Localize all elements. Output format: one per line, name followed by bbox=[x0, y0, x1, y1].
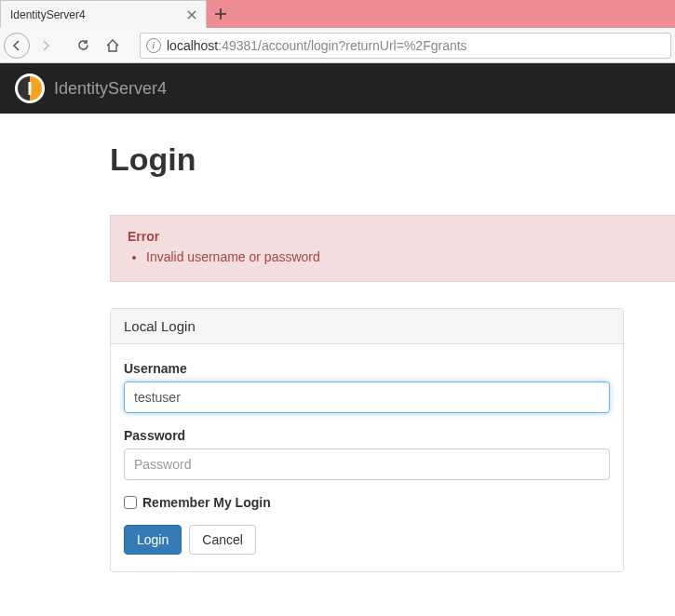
password-input[interactable] bbox=[124, 449, 610, 480]
remember-checkbox[interactable] bbox=[124, 496, 137, 509]
reload-button[interactable] bbox=[69, 32, 97, 60]
brand-bar: IdentityServer4 bbox=[0, 63, 675, 114]
login-button[interactable]: Login bbox=[124, 525, 182, 555]
error-title: Error bbox=[128, 229, 658, 244]
url-path: :49381/account/login?returnUrl=%2Fgrants bbox=[218, 38, 466, 53]
brand-logo-icon bbox=[15, 74, 45, 103]
cancel-button[interactable]: Cancel bbox=[189, 525, 256, 555]
url-host: localhost bbox=[167, 38, 218, 53]
svg-rect-1 bbox=[29, 82, 32, 95]
close-icon[interactable] bbox=[185, 8, 198, 21]
page-title: Login bbox=[110, 141, 675, 178]
brand-name[interactable]: IdentityServer4 bbox=[54, 79, 167, 99]
username-input[interactable] bbox=[124, 382, 610, 413]
remember-label: Remember My Login bbox=[142, 495, 271, 510]
info-icon[interactable]: i bbox=[146, 38, 161, 53]
new-tab-button[interactable] bbox=[207, 0, 235, 28]
panel-heading: Local Login bbox=[111, 309, 623, 344]
error-alert: Error Invalid username or password bbox=[110, 215, 675, 282]
password-label: Password bbox=[124, 428, 610, 443]
page-content: Login Error Invalid username or password… bbox=[0, 114, 675, 572]
home-button[interactable] bbox=[99, 32, 127, 60]
login-panel: Local Login Username Password Remember M… bbox=[110, 308, 624, 572]
browser-tab-bar: IdentityServer4 bbox=[0, 0, 675, 28]
forward-button[interactable] bbox=[32, 32, 60, 60]
username-label: Username bbox=[124, 361, 610, 376]
back-button[interactable] bbox=[4, 33, 30, 59]
error-message: Invalid username or password bbox=[146, 249, 658, 264]
browser-nav-bar: i localhost:49381/account/login?returnUr… bbox=[0, 28, 675, 63]
url-bar[interactable]: i localhost:49381/account/login?returnUr… bbox=[140, 33, 671, 59]
browser-tab[interactable]: IdentityServer4 bbox=[0, 0, 207, 28]
tab-title: IdentityServer4 bbox=[10, 8, 185, 21]
